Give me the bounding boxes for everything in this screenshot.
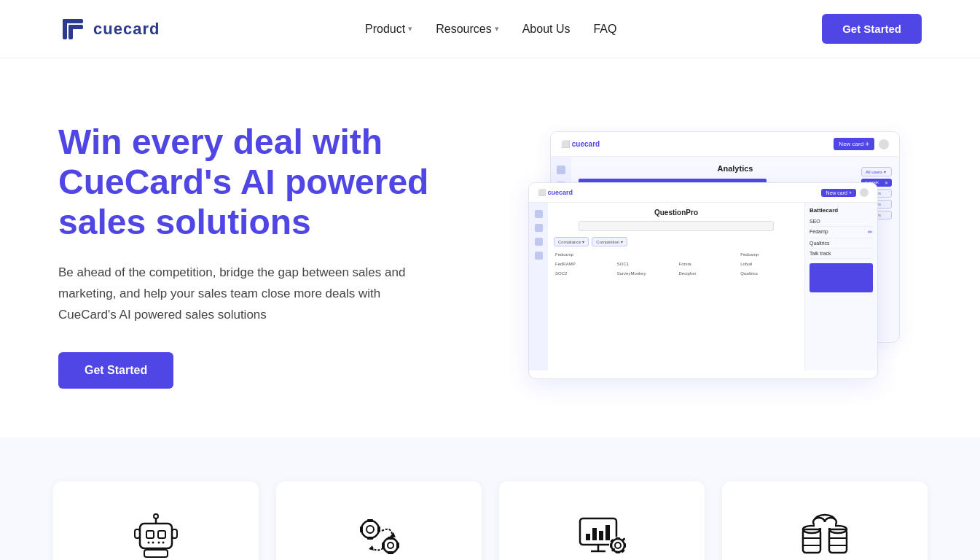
svg-point-10 xyxy=(162,542,164,544)
home-icon xyxy=(557,166,565,174)
mockup-new-card-button: New card+ xyxy=(834,138,874,150)
nav-item-resources[interactable]: Resources ▾ xyxy=(436,23,498,36)
right-item-seo: SEO xyxy=(810,217,873,227)
hero-section: Win every deal with CueCard's AI powered… xyxy=(0,58,980,438)
grid-cell: SOC1 xyxy=(616,260,675,268)
svg-point-25 xyxy=(383,538,398,553)
grid-cell xyxy=(616,251,675,258)
competitor-intelligence-icon xyxy=(573,508,631,560)
chatbot-icon xyxy=(127,508,185,560)
mockup-front-logo: ⬜ cuecard xyxy=(538,189,573,196)
front-grid-icon xyxy=(535,224,543,232)
svg-rect-21 xyxy=(367,537,373,540)
product-mockup: ⬜ cuecard New card+ xyxy=(528,131,922,379)
svg-point-7 xyxy=(147,542,149,544)
tag-all-users: All users ▾ xyxy=(861,167,892,176)
svg-rect-15 xyxy=(144,550,168,557)
features-grid: AI Enabled Chat Bot AI assistant infused… xyxy=(53,481,928,560)
svg-rect-28 xyxy=(388,551,393,554)
rfp-icon-wrap xyxy=(294,508,464,560)
grid-cell: Decipher xyxy=(678,270,737,277)
nav-label-about: About Us xyxy=(522,23,571,36)
mockup-front-body: QuestionPro Compliance ▾ Competition ▾ F… xyxy=(529,203,877,370)
filter-compliance: Compliance ▾ xyxy=(554,237,589,246)
grid-cell: Fedcamp xyxy=(739,251,799,258)
grid-cell: FedRAMP xyxy=(554,260,614,268)
svg-rect-1 xyxy=(63,19,83,23)
nav-links: Product ▾ Resources ▾ About Us FAQ xyxy=(365,23,616,36)
chevron-down-icon: ▾ xyxy=(495,24,499,34)
feature-card-chatbot: AI Enabled Chat Bot AI assistant infused… xyxy=(53,481,259,560)
svg-point-9 xyxy=(157,542,160,544)
mockup-search-bar xyxy=(579,221,775,231)
right-item-fedamp: Fedamp✏ xyxy=(810,227,873,238)
mockup-company-grid: Fedcamp Fedcamp FedRAMP SOC1 Forsta Lofy… xyxy=(554,251,799,277)
hero-content: Win every deal with CueCard's AI powered… xyxy=(58,122,481,389)
grid-cell: Fedcamp xyxy=(554,251,614,258)
hero-title: Win every deal with CueCard's AI powered… xyxy=(58,122,481,243)
grid-cell: SurveyMonkey xyxy=(616,270,675,277)
svg-rect-42 xyxy=(616,537,620,540)
mockup-front-right-panel: Battlecard SEO Fedamp✏ Qualtrics Talk tr… xyxy=(804,203,877,370)
filter-competition: Competition ▾ xyxy=(592,237,627,246)
mockup-front-main: QuestionPro Compliance ▾ Competition ▾ F… xyxy=(548,203,804,370)
svg-rect-23 xyxy=(377,526,380,532)
svg-rect-27 xyxy=(388,537,393,540)
svg-rect-35 xyxy=(599,531,603,540)
right-item-talktrack: Talk track xyxy=(810,249,873,259)
features-section: AI Enabled Chat Bot AI assistant infused… xyxy=(0,438,980,560)
svg-rect-33 xyxy=(586,534,590,540)
logo[interactable]: cuecard xyxy=(58,15,160,44)
svg-point-18 xyxy=(361,521,379,538)
nav-item-about[interactable]: About Us xyxy=(522,23,571,36)
mockup-front-title: QuestionPro xyxy=(554,209,799,217)
nav-cta-button[interactable]: Get Started xyxy=(822,14,922,44)
svg-rect-34 xyxy=(592,528,597,540)
content-management-icon xyxy=(796,508,854,560)
svg-rect-6 xyxy=(158,531,165,538)
svg-point-26 xyxy=(388,542,393,548)
mockup-front-new-card: New card + xyxy=(821,189,856,197)
feature-card-content: Content Management Gain valuable insight… xyxy=(722,481,928,560)
grid-cell: Forsta xyxy=(678,260,737,268)
svg-rect-22 xyxy=(360,526,363,532)
nav-item-faq[interactable]: FAQ xyxy=(593,23,616,36)
front-home-icon xyxy=(535,210,543,218)
mockup-analytics-title: Analytics xyxy=(579,164,892,173)
mockup-front-sidebar xyxy=(529,203,548,370)
svg-rect-45 xyxy=(624,543,626,548)
svg-rect-44 xyxy=(610,543,612,548)
svg-point-19 xyxy=(366,526,374,533)
nav-label-faq: FAQ xyxy=(593,23,616,36)
competitor-icon-wrap xyxy=(517,508,687,560)
logo-text: cuecard xyxy=(93,20,160,39)
rfp-automation-icon xyxy=(350,508,408,560)
svg-point-12 xyxy=(154,514,158,518)
feature-card-competitor: Competitor Intelligence Stay ahead in th… xyxy=(499,481,705,560)
mockup-back-logo: ⬜ cuecard xyxy=(561,140,600,148)
hero-image: ⬜ cuecard New card+ xyxy=(485,131,922,379)
svg-point-8 xyxy=(152,542,154,544)
logo-icon xyxy=(58,15,87,44)
svg-rect-4 xyxy=(140,524,172,548)
nav-item-product[interactable]: Product ▾ xyxy=(365,23,412,36)
svg-marker-24 xyxy=(390,532,396,537)
mockup-front-avatar xyxy=(860,188,869,197)
mockup-front: ⬜ cuecard New card + QuestionPro xyxy=(528,182,878,379)
mockup-right-panel-title: Battlecard xyxy=(810,207,873,214)
svg-rect-30 xyxy=(396,542,399,548)
chevron-down-icon: ▾ xyxy=(408,24,412,34)
svg-rect-20 xyxy=(367,519,373,522)
grid-cell: Qualtrics xyxy=(739,270,799,277)
feature-card-rfp: RFP Automation Effortlessly manage and xyxy=(276,481,482,560)
content-icon-wrap xyxy=(740,508,910,560)
svg-rect-5 xyxy=(146,531,154,538)
svg-rect-36 xyxy=(605,525,610,540)
svg-rect-43 xyxy=(616,551,620,553)
svg-rect-29 xyxy=(382,542,385,548)
front-mail-icon xyxy=(535,252,543,260)
svg-rect-3 xyxy=(68,25,83,29)
hero-cta-button[interactable]: Get Started xyxy=(58,352,173,389)
right-item-qualtrics: Qualtrics xyxy=(810,238,873,249)
grid-cell: Lofyal xyxy=(739,260,799,268)
